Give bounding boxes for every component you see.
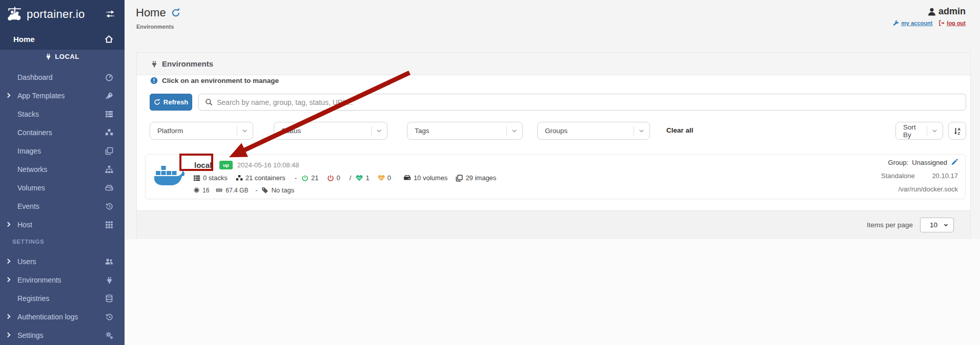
stopped-containers-stat: 0: [327, 174, 340, 182]
sidebar-item-registries[interactable]: Registries: [0, 292, 125, 305]
heartbeat-orange-icon: [378, 175, 385, 182]
chevron-down-icon: [943, 222, 949, 228]
sidebar-item-host[interactable]: Host: [0, 218, 125, 231]
sidebar-item-label: Settings: [17, 331, 44, 339]
group-label: Group:: [888, 159, 909, 166]
sidebar-item-stacks[interactable]: Stacks: [0, 107, 125, 121]
refresh-icon[interactable]: [171, 8, 180, 17]
sidebar-section-settings: SETTINGS: [12, 239, 44, 245]
platform-filter-dropdown[interactable]: Platform: [150, 122, 253, 140]
environment-timestamp: 2024-05-16 10:08:48: [237, 161, 299, 169]
cubes-icon: [236, 175, 243, 182]
tags-filter-dropdown[interactable]: Tags: [407, 122, 523, 140]
microchip-icon: [193, 187, 200, 193]
environment-card-local[interactable]: local up 2024-05-16 10:08:48 0 stacks 21…: [145, 154, 966, 199]
chevron-right-icon: [6, 258, 11, 264]
sidebar-item-label: Users: [17, 257, 36, 266]
sort-direction-button[interactable]: AZ: [948, 122, 966, 140]
chevron-down-icon: [511, 127, 518, 134]
layers-icon: [105, 147, 113, 155]
docker-whale-icon: [153, 162, 186, 192]
history-icon: [105, 202, 113, 210]
sitemap-icon: [105, 165, 113, 174]
memory-stat: 67.4 GB: [215, 187, 248, 194]
memory-value: 67.4 GB: [226, 187, 248, 194]
page-title-row: Home: [136, 6, 180, 19]
info-circle-icon: [150, 77, 158, 84]
harddrive-icon: [403, 174, 411, 182]
sidebar-item-containers[interactable]: Containers: [0, 126, 125, 139]
groups-filter-dropdown[interactable]: Groups: [537, 122, 650, 140]
groups-filter-label: Groups: [545, 127, 567, 135]
chevron-right-icon: [6, 277, 11, 282]
tags-filter-label: Tags: [415, 127, 430, 135]
chevron-right-icon: [6, 314, 11, 319]
environment-type: Standalone: [881, 172, 915, 180]
users-icon: [105, 257, 113, 266]
power-on-icon: [301, 175, 309, 182]
tags-value: No tags: [271, 186, 294, 194]
sort-by-dropdown[interactable]: Sort By: [895, 122, 943, 140]
gears-icon: [105, 331, 113, 339]
sidebar-item-label: Authentication logs: [17, 313, 78, 321]
my-account-link[interactable]: my account: [893, 20, 932, 26]
svg-text:Z: Z: [957, 131, 960, 135]
tags-stat: No tags: [261, 186, 294, 194]
sidebar-item-dashboard[interactable]: Dashboard: [0, 71, 125, 84]
status-filter-dropdown[interactable]: Status: [274, 122, 387, 140]
sidebar-item-images[interactable]: Images: [0, 144, 125, 158]
sidebar-item-label: Registries: [17, 294, 49, 303]
user-row: admin: [893, 6, 966, 17]
platform-filter-label: Platform: [157, 127, 183, 135]
sidebar-item-label: Volumes: [17, 184, 45, 192]
items-per-page-label: Items per page: [867, 221, 913, 229]
items-per-page-select[interactable]: 10: [920, 218, 954, 232]
grid-icon: [105, 221, 113, 229]
sidebar-item-networks[interactable]: Networks: [0, 163, 125, 176]
sidebar-item-label: Dashboard: [17, 73, 53, 81]
sidebar-item-volumes[interactable]: Volumes: [0, 181, 125, 195]
breadcrumb: Environments: [136, 24, 174, 30]
sign-out-icon: [938, 20, 945, 26]
panel-title: Environments: [162, 59, 213, 68]
sidebar-item-authentication-logs[interactable]: Authentication logs: [0, 310, 125, 324]
chevron-down-icon: [376, 127, 382, 134]
sidebar: portainer.io Home LOCAL Dashboard: [0, 0, 125, 345]
clear-all-button[interactable]: Clear all: [666, 126, 693, 134]
stopped-value: 0: [337, 174, 340, 182]
cubes-icon: [105, 128, 113, 137]
sidebar-collapse-icon[interactable]: [105, 10, 115, 18]
unhealthy-value: 0: [387, 174, 391, 182]
user-block: admin my account log out: [893, 6, 966, 26]
sidebar-item-events[interactable]: Events: [0, 200, 125, 213]
items-per-page-value: 10: [930, 221, 937, 229]
layers-icon: [456, 175, 463, 182]
refresh-button[interactable]: Refresh: [150, 94, 192, 111]
environment-name[interactable]: local: [191, 160, 215, 170]
rocket-icon: [105, 92, 113, 100]
history-icon: [105, 313, 113, 321]
search-input[interactable]: [217, 98, 959, 106]
portainer-logo-icon: [6, 6, 24, 23]
chevron-right-icon: [6, 332, 11, 337]
log-out-link[interactable]: log out: [938, 20, 966, 26]
cpu-value: 16: [202, 187, 209, 194]
chevron-right-icon: [6, 222, 11, 227]
log-out-label: log out: [947, 20, 966, 26]
sidebar-item-users[interactable]: Users: [0, 255, 125, 268]
sidebar-item-settings[interactable]: Settings: [0, 329, 125, 342]
panel-footer: Items per page 10: [137, 210, 970, 239]
database-icon: [105, 294, 113, 303]
healthy-value: 1: [365, 174, 369, 182]
logo[interactable]: portainer.io: [0, 0, 125, 29]
home-icon: [105, 35, 113, 44]
pencil-icon[interactable]: [951, 159, 958, 166]
status-badge: up: [219, 161, 233, 169]
username: admin: [938, 6, 966, 17]
sidebar-item-app-templates[interactable]: App Templates: [0, 89, 125, 102]
page-background: [125, 239, 980, 345]
running-containers-stat: 21: [301, 174, 318, 182]
sidebar-item-environments[interactable]: Environments: [0, 273, 125, 287]
sort-by-label: Sort By: [903, 123, 923, 139]
sidebar-item-home[interactable]: Home: [0, 30, 125, 48]
